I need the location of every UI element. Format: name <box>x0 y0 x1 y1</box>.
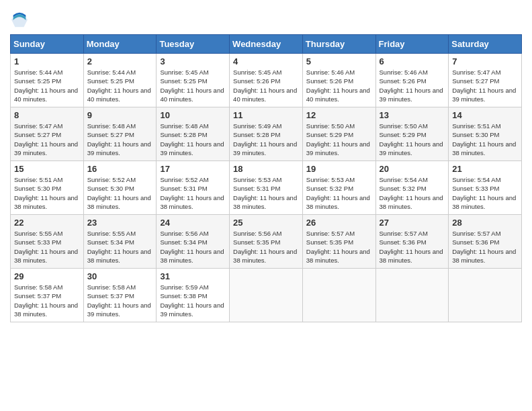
day-number: 23 <box>87 218 153 228</box>
day-info: Sunrise: 5:56 AM Sunset: 5:34 PM Dayligh… <box>160 229 226 265</box>
calendar-cell: 23 Sunrise: 5:55 AM Sunset: 5:34 PM Dayl… <box>83 215 157 269</box>
calendar-cell: 17 Sunrise: 5:52 AM Sunset: 5:31 PM Dayl… <box>157 161 230 215</box>
day-info: Sunrise: 5:49 AM Sunset: 5:28 PM Dayligh… <box>233 122 299 157</box>
calendar-cell: 1 Sunrise: 5:44 AM Sunset: 5:25 PM Dayli… <box>11 54 84 107</box>
calendar-cell: 12 Sunrise: 5:50 AM Sunset: 5:29 PM Dayl… <box>302 107 375 161</box>
weekday-header: Wednesday <box>230 35 303 54</box>
calendar-week-row: 8 Sunrise: 5:47 AM Sunset: 5:27 PM Dayli… <box>11 107 522 161</box>
calendar-cell: 28 Sunrise: 5:57 AM Sunset: 5:36 PM Dayl… <box>449 215 522 269</box>
day-number: 31 <box>160 271 226 281</box>
day-info: Sunrise: 5:55 AM Sunset: 5:33 PM Dayligh… <box>14 229 80 265</box>
day-number: 21 <box>452 164 518 174</box>
day-info: Sunrise: 5:58 AM Sunset: 5:37 PM Dayligh… <box>14 283 80 318</box>
day-info: Sunrise: 5:46 AM Sunset: 5:26 PM Dayligh… <box>380 68 445 103</box>
calendar-cell <box>302 269 375 322</box>
day-info: Sunrise: 5:44 AM Sunset: 5:25 PM Dayligh… <box>87 68 153 103</box>
calendar-cell: 16 Sunrise: 5:52 AM Sunset: 5:30 PM Dayl… <box>83 161 157 215</box>
calendar-header-row: SundayMondayTuesdayWednesdayThursdayFrid… <box>11 35 522 54</box>
day-number: 6 <box>380 56 445 66</box>
day-number: 14 <box>452 110 518 120</box>
day-number: 11 <box>233 110 299 120</box>
day-number: 17 <box>160 164 226 174</box>
logo <box>10 10 32 29</box>
weekday-header: Tuesday <box>157 35 230 54</box>
calendar-cell: 2 Sunrise: 5:44 AM Sunset: 5:25 PM Dayli… <box>83 54 157 107</box>
day-number: 24 <box>160 218 226 228</box>
day-info: Sunrise: 5:51 AM Sunset: 5:30 PM Dayligh… <box>452 122 518 157</box>
calendar-cell: 21 Sunrise: 5:54 AM Sunset: 5:33 PM Dayl… <box>449 161 522 215</box>
day-number: 10 <box>160 110 226 120</box>
day-info: Sunrise: 5:50 AM Sunset: 5:29 PM Dayligh… <box>380 122 445 157</box>
day-info: Sunrise: 5:57 AM Sunset: 5:36 PM Dayligh… <box>452 229 518 265</box>
day-info: Sunrise: 5:46 AM Sunset: 5:26 PM Dayligh… <box>306 68 372 103</box>
day-number: 29 <box>14 271 80 281</box>
day-info: Sunrise: 5:53 AM Sunset: 5:31 PM Dayligh… <box>233 175 299 211</box>
calendar-week-row: 1 Sunrise: 5:44 AM Sunset: 5:25 PM Dayli… <box>11 54 522 107</box>
calendar-cell: 15 Sunrise: 5:51 AM Sunset: 5:30 PM Dayl… <box>11 161 84 215</box>
day-number: 26 <box>306 218 372 228</box>
logo-icon <box>10 10 29 29</box>
day-info: Sunrise: 5:51 AM Sunset: 5:30 PM Dayligh… <box>14 175 80 211</box>
day-number: 27 <box>380 218 445 228</box>
day-info: Sunrise: 5:58 AM Sunset: 5:37 PM Dayligh… <box>87 283 153 318</box>
calendar-cell <box>375 269 449 322</box>
day-info: Sunrise: 5:55 AM Sunset: 5:34 PM Dayligh… <box>87 229 153 265</box>
day-info: Sunrise: 5:57 AM Sunset: 5:36 PM Dayligh… <box>380 229 445 265</box>
day-info: Sunrise: 5:52 AM Sunset: 5:30 PM Dayligh… <box>87 175 153 211</box>
day-number: 25 <box>233 218 299 228</box>
day-number: 5 <box>306 56 372 66</box>
calendar-cell: 3 Sunrise: 5:45 AM Sunset: 5:25 PM Dayli… <box>157 54 230 107</box>
day-number: 1 <box>14 56 80 66</box>
calendar-cell: 20 Sunrise: 5:54 AM Sunset: 5:32 PM Dayl… <box>375 161 449 215</box>
calendar-cell: 4 Sunrise: 5:45 AM Sunset: 5:26 PM Dayli… <box>230 54 303 107</box>
day-info: Sunrise: 5:56 AM Sunset: 5:35 PM Dayligh… <box>233 229 299 265</box>
calendar-cell: 14 Sunrise: 5:51 AM Sunset: 5:30 PM Dayl… <box>449 107 522 161</box>
calendar-cell: 9 Sunrise: 5:48 AM Sunset: 5:27 PM Dayli… <box>83 107 157 161</box>
day-number: 4 <box>233 56 299 66</box>
day-info: Sunrise: 5:52 AM Sunset: 5:31 PM Dayligh… <box>160 175 226 211</box>
day-number: 8 <box>14 110 80 120</box>
calendar-cell <box>449 269 522 322</box>
weekday-header: Monday <box>83 35 157 54</box>
day-number: 2 <box>87 56 153 66</box>
day-info: Sunrise: 5:47 AM Sunset: 5:27 PM Dayligh… <box>14 122 80 157</box>
calendar-cell: 27 Sunrise: 5:57 AM Sunset: 5:36 PM Dayl… <box>375 215 449 269</box>
calendar-cell: 30 Sunrise: 5:58 AM Sunset: 5:37 PM Dayl… <box>83 269 157 322</box>
day-info: Sunrise: 5:45 AM Sunset: 5:25 PM Dayligh… <box>160 68 226 103</box>
calendar-week-row: 15 Sunrise: 5:51 AM Sunset: 5:30 PM Dayl… <box>11 161 522 215</box>
weekday-header: Saturday <box>449 35 522 54</box>
calendar-week-row: 29 Sunrise: 5:58 AM Sunset: 5:37 PM Dayl… <box>11 269 522 322</box>
calendar-cell: 18 Sunrise: 5:53 AM Sunset: 5:31 PM Dayl… <box>230 161 303 215</box>
calendar-table: SundayMondayTuesdayWednesdayThursdayFrid… <box>10 34 522 322</box>
day-info: Sunrise: 5:44 AM Sunset: 5:25 PM Dayligh… <box>14 68 80 103</box>
calendar-cell: 5 Sunrise: 5:46 AM Sunset: 5:26 PM Dayli… <box>302 54 375 107</box>
day-info: Sunrise: 5:50 AM Sunset: 5:29 PM Dayligh… <box>306 122 372 157</box>
day-number: 13 <box>380 110 445 120</box>
calendar-week-row: 22 Sunrise: 5:55 AM Sunset: 5:33 PM Dayl… <box>11 215 522 269</box>
day-number: 9 <box>87 110 153 120</box>
weekday-header: Thursday <box>302 35 375 54</box>
page-header <box>10 10 522 29</box>
day-number: 22 <box>14 218 80 228</box>
day-info: Sunrise: 5:45 AM Sunset: 5:26 PM Dayligh… <box>233 68 299 103</box>
day-number: 12 <box>306 110 372 120</box>
calendar-cell: 10 Sunrise: 5:48 AM Sunset: 5:28 PM Dayl… <box>157 107 230 161</box>
calendar-cell: 25 Sunrise: 5:56 AM Sunset: 5:35 PM Dayl… <box>230 215 303 269</box>
day-number: 18 <box>233 164 299 174</box>
calendar-cell: 31 Sunrise: 5:59 AM Sunset: 5:38 PM Dayl… <box>157 269 230 322</box>
calendar-cell: 24 Sunrise: 5:56 AM Sunset: 5:34 PM Dayl… <box>157 215 230 269</box>
day-info: Sunrise: 5:54 AM Sunset: 5:33 PM Dayligh… <box>452 175 518 211</box>
day-info: Sunrise: 5:57 AM Sunset: 5:35 PM Dayligh… <box>306 229 372 265</box>
day-info: Sunrise: 5:54 AM Sunset: 5:32 PM Dayligh… <box>380 175 445 211</box>
day-number: 7 <box>452 56 518 66</box>
calendar-cell: 8 Sunrise: 5:47 AM Sunset: 5:27 PM Dayli… <box>11 107 84 161</box>
calendar-cell: 7 Sunrise: 5:47 AM Sunset: 5:27 PM Dayli… <box>449 54 522 107</box>
day-number: 19 <box>306 164 372 174</box>
day-number: 28 <box>452 218 518 228</box>
day-number: 15 <box>14 164 80 174</box>
day-number: 20 <box>380 164 445 174</box>
day-number: 3 <box>160 56 226 66</box>
calendar-cell: 26 Sunrise: 5:57 AM Sunset: 5:35 PM Dayl… <box>302 215 375 269</box>
calendar-cell: 11 Sunrise: 5:49 AM Sunset: 5:28 PM Dayl… <box>230 107 303 161</box>
day-info: Sunrise: 5:59 AM Sunset: 5:38 PM Dayligh… <box>160 283 226 318</box>
